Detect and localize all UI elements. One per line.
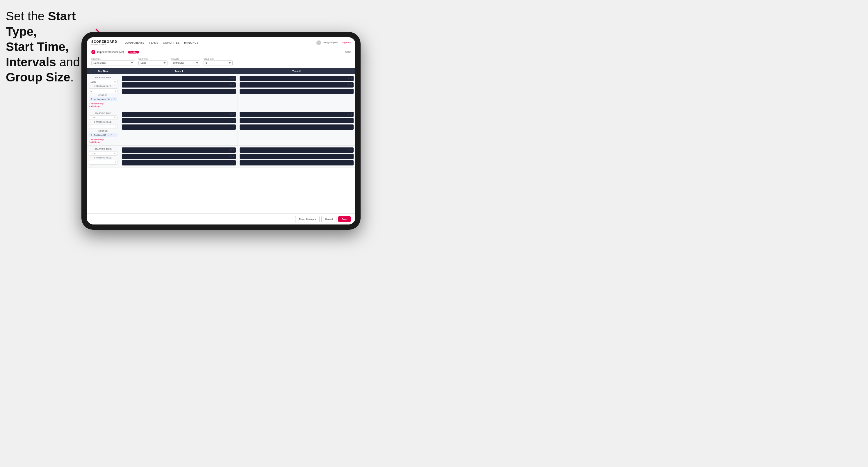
clock-icon: ⏱ [114,117,116,119]
empty-player-slot [240,124,354,130]
course-tag-2: 🏌 East Lake GC × ✎ [89,133,118,137]
player-row[interactable]: ✕ ✎ [240,112,354,117]
close-icon[interactable]: ✕ [230,155,232,158]
edit-icon[interactable]: ✎ [232,113,235,116]
table-row: STARTING TIME: 10:10 ⏱ STARTING HOLE: 1 … [87,110,355,146]
clock-icon: ⏱ [114,81,116,83]
nav-links: TOURNAMENTS TEAMS COMMITTEE RANKINGS [123,40,316,45]
group-size-select[interactable]: 3 [204,61,232,65]
team2-panel-1: ✕ ✎ ✕ ✎ [238,74,355,110]
remove-course-2[interactable]: × [108,134,109,136]
nav-rankings[interactable]: RANKINGS [184,40,198,45]
starting-time-input-3[interactable]: 10:20 ⏱ [89,151,118,156]
start-time-select[interactable]: 10:00 [138,61,167,65]
breadcrumb-separator: › [126,51,126,54]
user-avatar [316,40,321,45]
settings-row: Start Type 1st Tee Start Start Time 10:0… [91,58,351,65]
close-icon[interactable]: ✕ [230,77,232,80]
reset-changes-button[interactable]: Reset Changes [295,216,319,222]
empty-player-slot [122,124,236,130]
close-icon[interactable]: ✕ [348,113,349,116]
sign-out-link[interactable]: Sign out [342,41,351,44]
team2-panel-3: ✕ ✎ [238,146,355,167]
breadcrumb-bar: C Clippd Invitational (Me) › Hosting ‹ B… [87,48,355,56]
course-name-2: East Lake GC [94,134,106,136]
player-row[interactable]: ✕ ✎ [240,76,354,81]
clock-icon: ⏱ [114,152,116,154]
start-type-select[interactable]: 1st Tee Start [91,61,135,65]
starting-hole-stepper-2[interactable]: 1 ▲▼ [89,124,118,129]
course-label-2: COURSE: [89,130,118,132]
edit-icon[interactable]: ✎ [350,84,352,86]
team1-panel-3: ✕ ✎ ✕ ✎ [120,146,238,167]
starting-hole-label-3: STARTING HOLE: [89,157,118,159]
settings-bar: Start Type 1st Tee Start Start Time 10:0… [87,56,355,68]
remove-course-1[interactable]: × [112,98,113,100]
tee-left-panel-3: STARTING TIME: 10:20 ⏱ STARTING HOLE: 1 … [87,146,120,167]
nav-teams[interactable]: TEAMS [149,40,158,45]
close-icon[interactable]: ✕ [348,77,349,80]
edit-icon[interactable]: ✎ [350,77,352,80]
starting-hole-stepper-3[interactable]: 1 ▲▼ [89,160,118,164]
nav-separator: | [340,41,341,44]
starting-time-input-1[interactable]: 10:00 ⏱ [89,80,118,84]
remove-group-btn-2[interactable]: ○ Remove Group [89,138,118,141]
tournament-name: Clippd Invitational (Me) [97,51,124,54]
edit-icon[interactable]: ✎ [232,77,235,80]
hosting-badge: Hosting [128,51,139,54]
close-icon[interactable]: ✕ [348,84,349,86]
starting-time-label-3: STARTING TIME: [89,148,118,150]
close-icon[interactable]: ✕ [230,120,232,122]
add-group-btn-2[interactable]: + Add Group [89,141,118,143]
cancel-button[interactable]: Cancel [321,216,336,222]
starting-hole-label-1: STARTING HOLE: [89,85,118,87]
edit-icon[interactable]: ✎ [350,149,352,151]
tee-left-panel-1: STARTING TIME: 10:00 ⏱ STARTING HOLE: 1 … [87,74,120,110]
starting-time-label-2: STARTING TIME: [89,112,118,114]
edit-course-1[interactable]: ✎ [114,98,116,100]
player-row[interactable]: ✕ ✎ [240,82,354,88]
starting-hole-stepper-1[interactable]: 1 ▲▼ [89,88,118,93]
player-row[interactable]: ✕ ✎ [122,112,236,117]
edit-icon[interactable]: ✎ [232,120,235,122]
start-type-field: Start Type 1st Tee Start [91,58,135,65]
content-area[interactable]: STARTING TIME: 10:00 ⏱ STARTING HOLE: 1 … [87,74,355,213]
player-row[interactable]: ✕ ✎ [122,148,236,153]
table-row: STARTING TIME: 10:20 ⏱ STARTING HOLE: 1 … [87,146,355,167]
save-button[interactable]: Save [338,216,351,222]
nav-tournaments[interactable]: TOURNAMENTS [123,40,144,45]
tablet-device: SCOREBOARD Powered by clippd TOURNAMENTS… [82,32,361,230]
back-button[interactable]: ‹ Back [343,51,351,54]
close-icon[interactable]: ✕ [230,149,232,151]
edit-icon[interactable]: ✎ [232,149,235,151]
edit-icon[interactable]: ✎ [232,155,235,158]
player-row[interactable]: ✕ ✎ [122,76,236,81]
add-group-btn-1[interactable]: + Add Group [89,105,118,107]
intervals-select[interactable]: 10 Minutes [171,61,200,65]
close-icon[interactable]: ✕ [230,84,232,86]
edit-icon[interactable]: ✎ [350,113,352,116]
close-icon[interactable]: ✕ [348,149,349,151]
player-row[interactable]: ✕ ✎ [122,118,236,123]
starting-time-input-2[interactable]: 10:10 ⏱ [89,116,118,120]
player-row[interactable]: ✕ ✎ [122,82,236,88]
close-icon[interactable]: ✕ [230,113,232,116]
intervals-field: Intervals 10 Minutes [171,58,200,65]
nav-committee[interactable]: COMMITTEE [163,40,180,45]
edit-icon[interactable]: ✎ [232,84,235,86]
player-row[interactable]: ✕ ✎ [122,154,236,159]
group-size-label: Group Size [204,58,232,60]
app-logo: SCOREBOARD Powered by clippd [91,40,117,45]
player-row[interactable]: ✕ ✎ [240,148,354,153]
user-email: blair@clippd.io [323,41,338,44]
team1-panel-1: ✕ ✎ ✕ ✎ [120,74,238,110]
course-icon: 🏌 [90,134,93,136]
start-time-field: Start Time 10:00 [138,58,167,65]
empty-player-slot [122,160,236,165]
course-tag-1: 🏌 (A) Peachtree GC × ✎ [89,97,118,101]
col-tee-time: Tee Time [87,68,120,74]
edit-course-2[interactable]: ✎ [111,134,112,136]
empty-player-slot [240,160,354,165]
remove-group-btn-1[interactable]: ○ Remove Group [89,103,118,105]
course-icon: 🏌 [90,98,93,100]
